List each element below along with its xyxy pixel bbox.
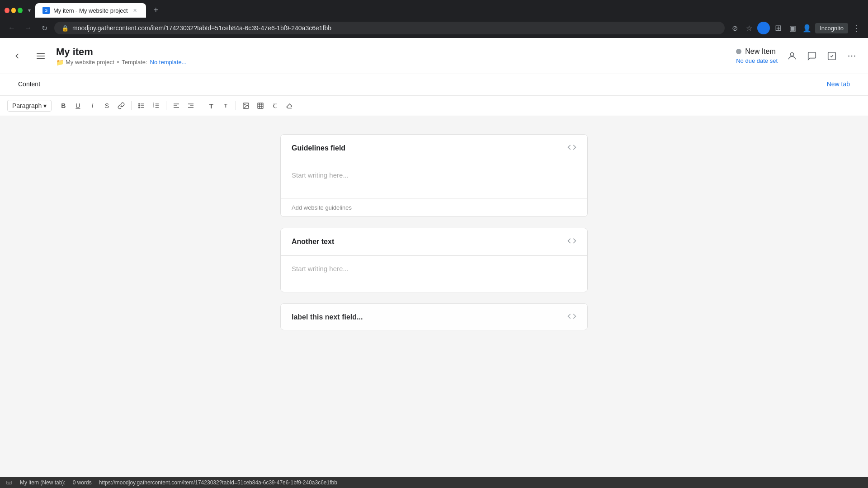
tab-list-btn[interactable]: ▾ [28, 7, 31, 14]
svg-point-11 [139, 103, 140, 104]
align-right-btn[interactable] [184, 99, 197, 112]
svg-rect-28 [258, 103, 263, 108]
text-format-btn[interactable]: Ꞇ [269, 99, 281, 112]
incognito-btn[interactable]: Incognito [815, 23, 848, 33]
svg-text:3: 3 [153, 106, 155, 108]
unordered-list-btn[interactable] [135, 99, 148, 112]
comment-svg [807, 51, 817, 61]
status-section: New Item No due date set [736, 47, 778, 64]
checklist-icon[interactable] [825, 49, 839, 63]
svg-rect-1 [37, 56, 45, 56]
refresh-btn[interactable]: ↻ [38, 22, 51, 34]
window-close[interactable] [5, 8, 9, 13]
guidelines-field-footer: Add website guidelines [281, 198, 587, 216]
svg-rect-33 [6, 481, 12, 484]
browser-chrome: ▾ G My item - My website project × + ← →… [0, 0, 868, 38]
svg-point-7 [854, 55, 855, 56]
folder-icon: 📁 [56, 59, 64, 66]
template-label: Template: [122, 59, 147, 66]
table-icon [257, 102, 264, 109]
header-right-icons [785, 49, 859, 63]
status-bar-url: https://moodjoy.gathercontent.com/item/1… [99, 479, 337, 486]
user-svg [787, 51, 797, 61]
back-arrow-icon [13, 52, 22, 61]
another-text-code-btn[interactable] [567, 236, 576, 247]
checklist-svg [827, 51, 837, 61]
table-btn[interactable] [254, 99, 267, 112]
paragraph-dropdown[interactable]: Paragraph ▾ [7, 100, 52, 112]
extensions-btn[interactable]: ⊞ [772, 22, 784, 34]
third-field-title: label this next field... [292, 313, 363, 321]
guidelines-field-editor[interactable]: Start writing here... [281, 162, 587, 198]
guidelines-footer-text: Add website guidelines [292, 204, 352, 211]
ordered-list-btn[interactable]: 1 2 3 [150, 99, 162, 112]
extension-icon[interactable]: ⊘ [728, 22, 741, 34]
code-icon-2 [567, 236, 576, 245]
ul-icon [138, 102, 145, 109]
address-bar[interactable]: 🔒 moodjoy.gathercontent.com/item/1742303… [54, 22, 725, 34]
status-bar-icon [5, 479, 13, 486]
profile-circle[interactable] [757, 22, 770, 34]
text-style-sub-btn[interactable]: T [219, 99, 232, 112]
tab-title: My item - My website project [53, 7, 128, 14]
active-tab[interactable]: G My item - My website project × [35, 3, 146, 18]
sidebar-btn[interactable]: ▣ [786, 22, 799, 34]
third-field-header: label this next field... [281, 304, 587, 330]
svg-point-13 [139, 107, 140, 108]
svg-point-6 [851, 55, 853, 56]
guidelines-field-title: Guidelines field [292, 144, 345, 152]
tab-favicon: G [42, 7, 50, 14]
forward-btn[interactable]: → [22, 22, 34, 34]
another-text-placeholder: Start writing here... [292, 265, 349, 272]
svg-point-27 [245, 104, 245, 105]
profile-btn[interactable]: 👤 [801, 22, 813, 34]
due-date[interactable]: No due date set [736, 57, 778, 64]
back-button[interactable] [9, 48, 25, 64]
template-link[interactable]: No template... [150, 59, 187, 66]
lock-icon: 🔒 [61, 25, 69, 32]
window-maximize[interactable] [18, 8, 23, 13]
more-options-icon[interactable] [844, 49, 859, 63]
image-btn[interactable] [240, 99, 252, 112]
back-btn[interactable]: ← [5, 22, 18, 34]
underline-btn[interactable]: U [71, 99, 84, 112]
bold-btn[interactable]: B [57, 99, 70, 112]
another-text-field-editor[interactable]: Start writing here... [281, 256, 587, 292]
hamburger-icon [37, 52, 45, 60]
comment-icon[interactable] [805, 49, 819, 63]
content-inner: Guidelines field Start writing here... A… [280, 134, 588, 330]
guidelines-code-btn[interactable] [567, 143, 576, 154]
strikethrough-btn[interactable]: S [100, 99, 113, 112]
item-title: My item [56, 46, 720, 58]
menu-button[interactable] [33, 48, 49, 64]
new-tab-btn[interactable]: + [150, 4, 162, 16]
italic-btn[interactable]: I [86, 99, 99, 112]
item-info: My item 📁 My website project • Template:… [56, 46, 720, 66]
code-icon-3 [567, 312, 576, 321]
item-meta: 📁 My website project • Template: No temp… [56, 59, 720, 66]
text-style-btn[interactable]: T [205, 99, 217, 112]
keyboard-icon [6, 479, 12, 486]
third-code-btn[interactable] [567, 312, 576, 323]
status-label[interactable]: New Item [745, 47, 776, 56]
words-text: 0 words [73, 479, 92, 486]
dropdown-chevron: ▾ [43, 102, 47, 109]
tab-close-btn[interactable]: × [132, 7, 139, 14]
project-name: My website project [66, 59, 114, 66]
nav-right-icons: ⊘ ☆ ⊞ ▣ 👤 Incognito ⋮ [728, 22, 863, 34]
align-left-btn[interactable] [170, 99, 183, 112]
third-field-card: label this next field... [280, 303, 588, 330]
window-minimize[interactable] [11, 8, 16, 13]
new-tab-label[interactable]: New tab [809, 74, 868, 95]
eraser-btn[interactable] [283, 99, 296, 112]
image-icon [242, 102, 250, 109]
link-btn[interactable] [115, 99, 127, 112]
bookmark-icon[interactable]: ☆ [743, 22, 755, 34]
svg-rect-2 [37, 58, 45, 59]
svg-point-5 [848, 55, 849, 56]
user-icon[interactable] [785, 49, 799, 63]
status-dot [736, 49, 741, 54]
tab-content[interactable]: Content [0, 74, 58, 95]
tab-ref-text: My item (New tab): [20, 479, 66, 486]
more-btn[interactable]: ⋮ [850, 22, 863, 34]
